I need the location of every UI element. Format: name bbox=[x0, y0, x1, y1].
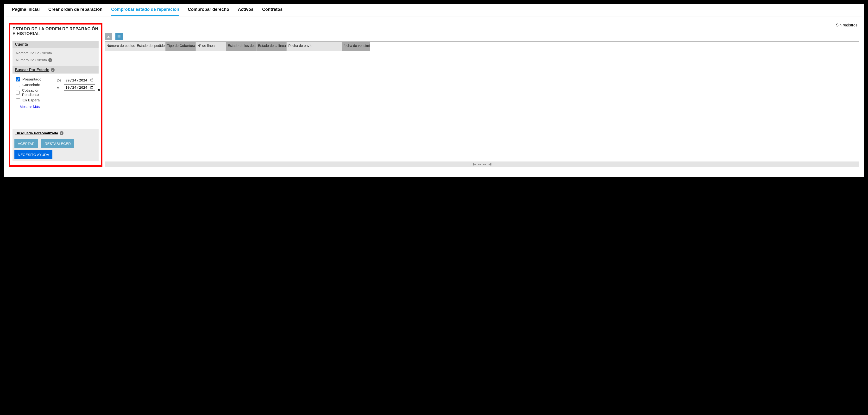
tab-check-right[interactable]: Comprobar derecho bbox=[188, 7, 229, 16]
grid-toolbar bbox=[105, 33, 859, 40]
collapse-caret-icon[interactable]: ◂ bbox=[97, 87, 99, 92]
filter-cancelled-checkbox[interactable] bbox=[16, 83, 20, 87]
tab-assets[interactable]: Activos bbox=[238, 7, 253, 16]
to-date-input[interactable] bbox=[64, 84, 95, 91]
grid-header-5[interactable]: Estado de la línea bbox=[256, 42, 287, 51]
filter-pending-quote-checkbox[interactable] bbox=[16, 91, 20, 95]
filter-cancelled[interactable]: Cancelado bbox=[16, 83, 54, 87]
to-label: A bbox=[57, 86, 62, 90]
pager-last-icon[interactable]: ▸▮ bbox=[489, 162, 492, 166]
accept-button[interactable]: ACEPTAR bbox=[14, 139, 38, 148]
account-number-text: Número De Cuenta bbox=[16, 58, 47, 62]
filter-submitted-label: Presentado bbox=[22, 77, 41, 82]
grid: Número de pedidoEstado del pedidoTipo de… bbox=[105, 41, 859, 167]
content-row: ESTADO DE LA ORDEN DE REPARACIÓN E HISTO… bbox=[6, 17, 862, 167]
search-by-state-text: Buscar Por Estado bbox=[15, 68, 49, 72]
pager-prev-icon[interactable]: ◂◂ bbox=[478, 162, 481, 166]
tab-create-order[interactable]: Crear orden de reparación bbox=[48, 7, 102, 16]
tab-contracts[interactable]: Contratos bbox=[262, 7, 282, 16]
action-buttons: ACEPTAR RESTABLECER bbox=[12, 137, 99, 148]
top-tabs: Página inicial Crear orden de reparación… bbox=[6, 4, 862, 17]
filter-pending-quote-label: Cotización Pendiente bbox=[22, 88, 54, 97]
filter-cancelled-label: Cancelado bbox=[22, 83, 40, 87]
filter-hold[interactable]: En Espera bbox=[16, 98, 54, 102]
section-search-by-state-header[interactable]: Buscar Por Estado i bbox=[12, 66, 99, 73]
grid-body bbox=[105, 51, 859, 161]
account-number-label: Número De Cuenta i bbox=[16, 57, 96, 63]
filter-submitted-checkbox[interactable] bbox=[16, 77, 20, 82]
section-account-header: Cuenta bbox=[12, 41, 99, 48]
grid-header-0[interactable]: Número de pedido bbox=[105, 42, 135, 51]
info-icon[interactable]: i bbox=[48, 58, 52, 62]
tab-check-repair-status[interactable]: Comprobar estado de reparación bbox=[111, 7, 179, 16]
info-icon[interactable]: i bbox=[51, 68, 55, 72]
grid-header-6[interactable]: Fecha de envío bbox=[287, 42, 342, 51]
help-button-row: NECESITO AYUDA bbox=[12, 148, 99, 161]
custom-search-text: Búsqueda Personalizada bbox=[16, 131, 58, 135]
grid-header-1[interactable]: Estado del pedido bbox=[135, 42, 165, 51]
filter-hold-checkbox[interactable] bbox=[16, 98, 20, 102]
from-label: De bbox=[57, 78, 62, 82]
filter-hold-label: En Espera bbox=[22, 98, 40, 102]
section-account-header-text: Cuenta bbox=[15, 42, 28, 46]
grid-header-4[interactable]: Estado de los detal bbox=[226, 42, 256, 51]
page: Página inicial Crear orden de reparación… bbox=[4, 4, 864, 177]
section-account-body: Nombre De La Cuenta Número De Cuenta i bbox=[12, 48, 99, 66]
columns-button[interactable] bbox=[116, 33, 123, 40]
grid-header-7[interactable]: fecha de vencimie bbox=[342, 42, 370, 51]
show-more-link[interactable]: Mostrar Más bbox=[20, 104, 40, 108]
tab-home[interactable]: Página inicial bbox=[12, 7, 40, 16]
pager-first-icon[interactable]: ▮◂ bbox=[472, 162, 475, 166]
custom-search-header[interactable]: Búsqueda Personalizada i bbox=[12, 129, 99, 137]
columns-icon bbox=[117, 34, 121, 38]
date-column: De A bbox=[57, 76, 95, 108]
grid-header-3[interactable]: N° de línea bbox=[196, 42, 226, 51]
checkbox-column: Presentado Cancelado Cotización Pendient… bbox=[16, 76, 54, 108]
sidebar-panel: ESTADO DE LA ORDEN DE REPARACIÓN E HISTO… bbox=[9, 23, 102, 167]
no-records-label: Sin registros bbox=[105, 23, 859, 28]
panel-title: ESTADO DE LA ORDEN DE REPARACIÓN E HISTO… bbox=[12, 26, 99, 36]
pager-next-icon[interactable]: ▸▸ bbox=[483, 162, 486, 166]
filter-pending-quote[interactable]: Cotización Pendiente bbox=[16, 88, 54, 97]
account-name-label: Nombre De La Cuenta bbox=[16, 50, 96, 57]
account-name-text: Nombre De La Cuenta bbox=[16, 51, 52, 55]
grid-header-row: Número de pedidoEstado del pedidoTipo de… bbox=[105, 42, 370, 51]
filter-area: ◂ Presentado Cancelado Coti bbox=[12, 73, 99, 111]
grid-pager: ▮◂ ◂◂ ▸▸ ▸▮ bbox=[105, 161, 859, 167]
from-date-input[interactable] bbox=[64, 77, 95, 84]
reset-button[interactable]: RESTABLECER bbox=[41, 139, 74, 148]
download-icon bbox=[106, 34, 111, 38]
filter-submitted[interactable]: Presentado bbox=[16, 77, 54, 82]
info-icon[interactable]: i bbox=[60, 131, 63, 135]
right-area: Sin registros Número de pedidoEstado del… bbox=[105, 23, 859, 167]
download-button[interactable] bbox=[105, 33, 112, 40]
help-button[interactable]: NECESITO AYUDA bbox=[14, 150, 53, 159]
grid-header-2[interactable]: Tipo de Cobertura bbox=[165, 42, 196, 51]
